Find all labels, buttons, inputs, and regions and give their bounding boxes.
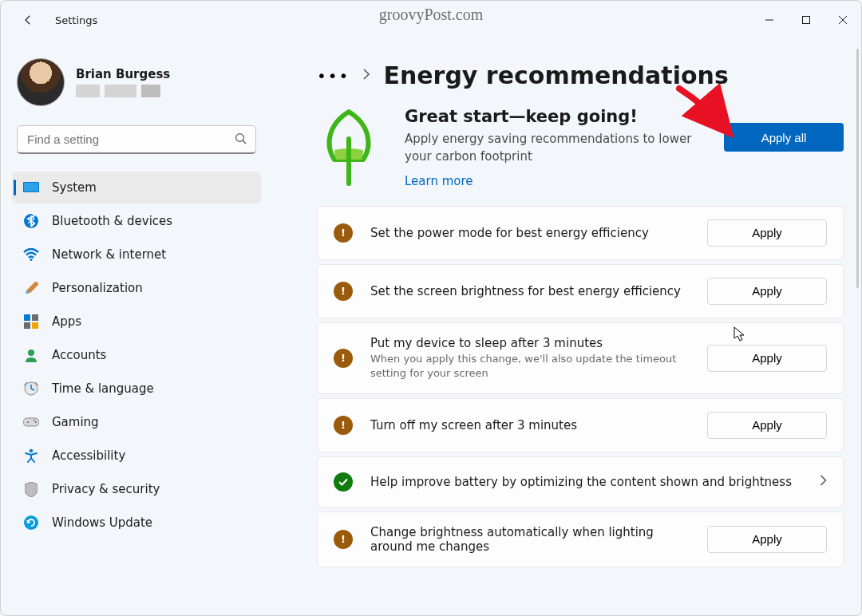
leaf-icon [317, 107, 381, 187]
nav: System Bluetooth & devices Network & int… [12, 172, 261, 539]
card-title: Turn off my screen after 3 minutes [370, 418, 690, 432]
accounts-icon [23, 347, 39, 363]
search-wrap [17, 125, 256, 154]
sidebar-item-label: Gaming [52, 415, 99, 429]
sidebar: Brian Burgess System [1, 39, 272, 615]
system-icon [23, 180, 39, 195]
sidebar-item-personalization[interactable]: Personalization [12, 272, 261, 304]
sidebar-item-label: Accounts [52, 348, 106, 362]
apply-button[interactable]: Apply [707, 278, 827, 305]
recommendation-card: ! Change brightness automatically when l… [317, 511, 844, 567]
card-title: Put my device to sleep after 3 minutes [370, 336, 690, 350]
sidebar-item-apps[interactable]: Apps [12, 306, 261, 338]
main-content: ••• Energy recommendations Great start—k… [272, 39, 861, 615]
sidebar-item-network[interactable]: Network & internet [12, 239, 261, 270]
bluetooth-icon [23, 213, 39, 229]
sidebar-item-label: Privacy & security [52, 482, 160, 496]
svg-point-16 [34, 420, 35, 421]
svg-line-3 [243, 140, 246, 144]
sidebar-item-system[interactable]: System [12, 172, 261, 203]
svg-point-12 [28, 349, 34, 356]
user-name: Brian Burgess [76, 67, 170, 81]
shield-icon [23, 481, 39, 497]
warning-icon: ! [334, 349, 353, 368]
sidebar-item-accessibility[interactable]: Accessibility [12, 440, 261, 472]
wifi-icon [23, 247, 39, 263]
card-title: Set the screen brightness for best energ… [370, 284, 690, 298]
sidebar-item-label: System [52, 180, 97, 195]
search-icon [234, 132, 248, 149]
sidebar-item-privacy[interactable]: Privacy & security [12, 473, 261, 505]
svg-rect-8 [24, 314, 30, 321]
paint-icon [23, 280, 39, 296]
accessibility-icon [23, 448, 39, 464]
page-title: Energy recommendations [383, 61, 728, 89]
hero-banner: Great start—keep going! Apply energy sav… [317, 107, 844, 188]
update-icon [23, 515, 39, 531]
minimize-button[interactable] [751, 1, 788, 39]
chevron-right-icon [820, 474, 827, 489]
sidebar-item-label: Apps [52, 314, 81, 329]
apply-button[interactable]: Apply [707, 345, 827, 372]
sidebar-item-label: Personalization [52, 281, 143, 295]
apply-button[interactable]: Apply [707, 219, 827, 247]
warning-icon: ! [334, 282, 353, 301]
card-title: Set the power mode for best energy effic… [370, 226, 690, 240]
back-button[interactable] [17, 9, 39, 31]
svg-point-7 [30, 259, 33, 261]
warning-icon: ! [334, 223, 353, 243]
hero-description: Apply energy saving recommendations to l… [405, 131, 700, 166]
user-email-redacted [76, 85, 170, 97]
sidebar-item-update[interactable]: Windows Update [12, 507, 261, 539]
chevron-right-icon [362, 68, 370, 83]
svg-rect-10 [24, 322, 30, 329]
avatar [17, 58, 65, 106]
recommendation-card[interactable]: Help improve battery by optimizing the c… [317, 456, 844, 507]
svg-point-18 [30, 449, 33, 452]
apply-button[interactable]: Apply [707, 412, 827, 439]
recommendation-card: ! Turn off my screen after 3 minutes App… [317, 398, 844, 452]
watermark: groovyPost.com [379, 6, 484, 24]
svg-rect-1 [803, 17, 810, 24]
learn-more-link[interactable]: Learn more [405, 174, 473, 188]
svg-rect-9 [32, 314, 38, 321]
sidebar-item-bluetooth[interactable]: Bluetooth & devices [12, 205, 261, 237]
svg-point-19 [24, 515, 38, 530]
card-subtitle: When you apply this change, we'll also u… [370, 352, 690, 381]
svg-rect-5 [24, 183, 38, 192]
sidebar-item-label: Windows Update [52, 515, 152, 530]
recommendation-card: ! Set the power mode for best energy eff… [317, 206, 844, 260]
sidebar-item-label: Accessibility [52, 448, 125, 463]
window-controls [751, 1, 861, 39]
svg-point-2 [236, 134, 244, 142]
recommendation-card: ! Put my device to sleep after 3 minutes… [317, 322, 844, 394]
apply-button[interactable]: Apply [707, 526, 827, 553]
sidebar-item-label: Bluetooth & devices [52, 214, 172, 228]
recommendation-card: ! Set the screen brightness for best ene… [317, 264, 844, 318]
breadcrumb-overflow-icon[interactable]: ••• [317, 66, 350, 85]
sidebar-item-label: Time & language [52, 381, 154, 396]
sidebar-item-gaming[interactable]: Gaming [12, 406, 261, 438]
check-icon [334, 472, 353, 492]
window-title: Settings [55, 14, 97, 26]
card-title: Change brightness automatically when lig… [370, 525, 690, 554]
search-input[interactable] [17, 125, 256, 154]
svg-point-15 [27, 421, 29, 423]
close-button[interactable] [824, 1, 861, 39]
sidebar-item-time[interactable]: Time & language [12, 373, 261, 405]
sidebar-item-accounts[interactable]: Accounts [12, 339, 261, 371]
sidebar-item-label: Network & internet [52, 247, 166, 262]
warning-icon: ! [334, 416, 353, 435]
card-title: Help improve battery by optimizing the c… [370, 475, 794, 489]
scrollbar[interactable] [856, 49, 859, 288]
hero-title: Great start—keep going! [405, 107, 700, 126]
svg-rect-11 [32, 322, 38, 329]
svg-point-17 [35, 421, 37, 423]
maximize-button[interactable] [788, 1, 824, 39]
gaming-icon [23, 414, 39, 430]
user-account[interactable]: Brian Burgess [12, 58, 261, 119]
clock-icon [23, 381, 39, 397]
apply-all-button[interactable]: Apply all [724, 123, 844, 152]
breadcrumb: ••• Energy recommendations [317, 61, 844, 89]
warning-icon: ! [334, 530, 353, 549]
